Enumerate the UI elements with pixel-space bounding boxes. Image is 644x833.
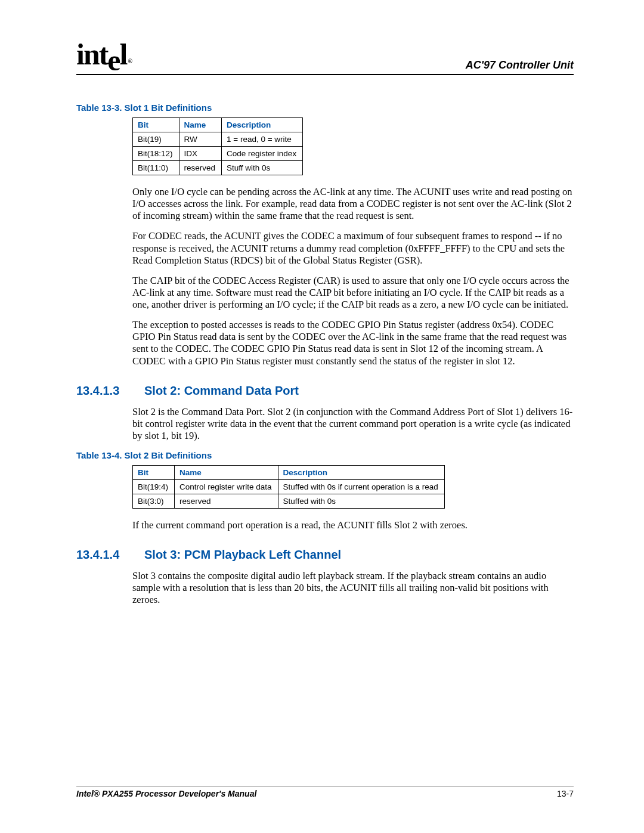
paragraph: Slot 3 contains the composite digital au… xyxy=(132,570,574,606)
cell-bit: Bit(19) xyxy=(133,132,179,147)
page-footer: Intel® PXA255 Processor Developer's Manu… xyxy=(76,786,574,798)
table-13-3-caption: Table 13-3. Slot 1 Bit Definitions xyxy=(76,103,574,113)
heading-13-4-1-3: 13.4.1.3 Slot 2: Command Data Port xyxy=(76,384,574,398)
body-block-d: Slot 3 contains the composite digital au… xyxy=(132,570,574,606)
heading-title: Slot 3: PCM Playback Left Channel xyxy=(144,548,341,562)
col-bit: Bit xyxy=(133,118,179,132)
intel-logo: intel® xyxy=(76,37,130,72)
body-block-b: Slot 2 is the Command Data Port. Slot 2 … xyxy=(132,406,574,442)
col-name: Name xyxy=(175,466,278,480)
body-block-c: If the current command port operation is… xyxy=(132,519,574,531)
cell-name: RW xyxy=(179,132,222,147)
paragraph: If the current command port operation is… xyxy=(132,519,574,531)
paragraph: Slot 2 is the Command Data Port. Slot 2 … xyxy=(132,406,574,442)
table-13-4: Bit Name Description Bit(19:4) Control r… xyxy=(132,465,445,509)
page-header: intel® AC'97 Controller Unit xyxy=(76,37,574,75)
table-row: Bit(18:12) IDX Code register index xyxy=(133,147,303,161)
paragraph: The CAIP bit of the CODEC Access Registe… xyxy=(132,275,574,311)
paragraph: For CODEC reads, the ACUNIT gives the CO… xyxy=(132,230,574,266)
section-title: AC'97 Controller Unit xyxy=(466,59,574,72)
page: intel® AC'97 Controller Unit Table 13-3.… xyxy=(0,0,644,833)
table-13-4-caption: Table 13-4. Slot 2 Bit Definitions xyxy=(76,450,574,460)
table-row: Bit(11:0) reserved Stuff with 0s xyxy=(133,161,303,175)
registered-mark: ® xyxy=(128,58,131,64)
heading-number: 13.4.1.3 xyxy=(76,384,130,398)
table-row: Bit(19:4) Control register write data St… xyxy=(133,480,445,494)
table-header-row: Bit Name Description xyxy=(133,118,303,132)
cell-name: IDX xyxy=(179,147,222,161)
body-block-a: Only one I/O cycle can be pending across… xyxy=(132,186,574,367)
cell-name: Control register write data xyxy=(175,480,278,494)
cell-bit: Bit(3:0) xyxy=(133,494,175,509)
table-13-3: Bit Name Description Bit(19) RW 1 = read… xyxy=(132,117,303,175)
col-name: Name xyxy=(179,118,222,132)
table-header-row: Bit Name Description xyxy=(133,466,445,480)
heading-13-4-1-4: 13.4.1.4 Slot 3: PCM Playback Left Chann… xyxy=(76,548,574,562)
col-bit: Bit xyxy=(133,466,175,480)
col-desc: Description xyxy=(222,118,303,132)
table-row: Bit(19) RW 1 = read, 0 = write xyxy=(133,132,303,147)
footer-manual-title: Intel® PXA255 Processor Developer's Manu… xyxy=(76,789,256,798)
cell-bit: Bit(19:4) xyxy=(133,480,175,494)
cell-bit: Bit(18:12) xyxy=(133,147,179,161)
cell-desc: Stuffed with 0s xyxy=(278,494,444,509)
cell-desc: 1 = read, 0 = write xyxy=(222,132,303,147)
table-row: Bit(3:0) reserved Stuffed with 0s xyxy=(133,494,445,509)
paragraph: Only one I/O cycle can be pending across… xyxy=(132,186,574,222)
logo-text: intel xyxy=(76,38,126,77)
paragraph: The exception to posted accesses is read… xyxy=(132,319,574,367)
col-desc: Description xyxy=(278,466,444,480)
cell-desc: Stuff with 0s xyxy=(222,161,303,175)
heading-number: 13.4.1.4 xyxy=(76,548,130,562)
cell-name: reserved xyxy=(179,161,222,175)
heading-title: Slot 2: Command Data Port xyxy=(144,384,299,398)
footer-page-number: 13-7 xyxy=(557,789,574,798)
cell-bit: Bit(11:0) xyxy=(133,161,179,175)
cell-desc: Code register index xyxy=(222,147,303,161)
cell-name: reserved xyxy=(175,494,278,509)
cell-desc: Stuffed with 0s if current operation is … xyxy=(278,480,444,494)
